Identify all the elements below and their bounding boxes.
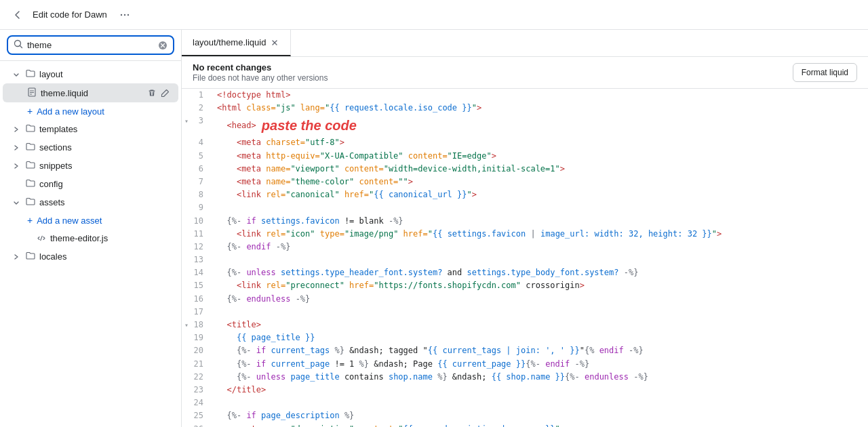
svg-point-1: [124, 14, 125, 15]
format-liquid-button[interactable]: Format liquid: [793, 63, 857, 82]
code-table: 1 <!doctype html> 2 <html class="js" lan…: [182, 89, 868, 427]
snippets-label: snippets: [39, 161, 172, 171]
code-line: 23 </title>: [182, 384, 868, 396]
add-asset-label: Add a new asset: [37, 216, 102, 226]
code-line: 10 {%- if settings.favicon != blank -%}: [182, 215, 868, 228]
sidebar-item-sections[interactable]: sections: [3, 138, 178, 157]
code-editor[interactable]: 1 <!doctype html> 2 <html class="js" lan…: [182, 89, 868, 427]
code-line: 6 <meta name="viewport" content="width=d…: [182, 163, 868, 176]
add-layout-link[interactable]: + Add a new layout: [3, 102, 178, 120]
main-layout: theme la: [0, 30, 868, 427]
svg-rect-8: [28, 88, 35, 96]
status-title: No recent changes: [193, 62, 328, 73]
code-line: 14 {%- unless settings.type_header_font.…: [182, 266, 868, 279]
delete-file-button[interactable]: [146, 87, 158, 99]
code-line: 4 <meta charset="utf-8">: [182, 136, 868, 149]
svg-line-12: [41, 236, 42, 241]
code-line: 5 <meta http-equiv="X-UA-Compatible" con…: [182, 150, 868, 163]
locales-label: locales: [39, 251, 172, 262]
plus-icon: +: [27, 215, 33, 226]
search-input[interactable]: theme: [27, 40, 154, 50]
tab-close-button[interactable]: [270, 38, 279, 47]
topbar: Edit code for Dawn: [0, 0, 868, 30]
add-layout-label: Add a new layout: [37, 106, 104, 117]
add-asset-link[interactable]: + Add a new asset: [3, 211, 178, 229]
config-label: config: [39, 179, 172, 189]
chevron-right-icon: [11, 125, 22, 134]
page-title: Edit code for Dawn: [33, 9, 107, 20]
sidebar-item-locales[interactable]: locales: [3, 247, 178, 266]
sidebar: theme la: [0, 30, 182, 427]
file-actions: [146, 87, 172, 99]
assets-label: assets: [39, 197, 172, 207]
folder-icon: [26, 123, 35, 135]
sidebar-item-layout[interactable]: layout: [3, 65, 178, 83]
code-line: 13: [182, 253, 868, 266]
chevron-right-icon: [11, 253, 22, 261]
code-line: 17: [182, 306, 868, 319]
sidebar-item-theme-editor-js[interactable]: theme-editor.js: [3, 229, 178, 247]
folder-icon: [26, 68, 35, 80]
code-line: 1 <!doctype html>: [182, 89, 868, 102]
code-line: 9: [182, 201, 868, 214]
svg-line-4: [20, 46, 22, 48]
tab-bar: layout/theme.liquid: [182, 30, 868, 57]
tab-theme-liquid[interactable]: layout/theme.liquid: [182, 30, 291, 56]
code-line: 25 {%- if page_description %}: [182, 409, 868, 422]
layout-label: layout: [39, 69, 172, 79]
sections-label: sections: [39, 142, 172, 152]
code-line: 21 {%- if current_page != 1 %} &ndash; P…: [182, 358, 868, 371]
paste-annotation: paste the code: [262, 118, 357, 133]
code-line: 22 {%- unless page_title contains shop.n…: [182, 371, 868, 384]
code-line: ▾18 <title>: [182, 319, 868, 331]
sidebar-item-config[interactable]: config: [3, 175, 178, 193]
theme-liquid-label: theme.liquid: [41, 88, 142, 98]
folder-icon: [26, 251, 35, 262]
code-line: 20 {%- if current_tags %} &ndash; tagged…: [182, 344, 868, 357]
file-code-icon: [37, 232, 46, 244]
search-container: theme: [0, 30, 181, 61]
folder-icon: [26, 197, 35, 208]
code-line: ▾3 <head>paste the code: [182, 115, 868, 136]
svg-point-0: [121, 14, 122, 15]
folder-icon: [26, 142, 35, 153]
edit-file-button[interactable]: [159, 87, 172, 99]
status-info: No recent changes File does not have any…: [193, 62, 328, 83]
tab-label: layout/theme.liquid: [193, 37, 266, 47]
chevron-right-icon: [11, 144, 22, 152]
code-line: 11 <link rel="icon" type="image/png" hre…: [182, 228, 868, 241]
status-subtitle: File does not have any other versions: [193, 73, 328, 83]
chevron-down-icon: [11, 70, 22, 79]
editor-area: layout/theme.liquid No recent changes Fi…: [182, 30, 868, 427]
sidebar-item-theme-liquid[interactable]: theme.liquid: [3, 83, 178, 102]
theme-editor-js-label: theme-editor.js: [50, 233, 172, 243]
chevron-right-icon: [11, 162, 22, 170]
templates-label: templates: [39, 124, 172, 134]
code-line: 24: [182, 396, 868, 409]
plus-icon: +: [27, 106, 33, 117]
search-box: theme: [7, 35, 174, 55]
chevron-down-icon: [11, 199, 22, 207]
code-line: 16 {%- endunless -%}: [182, 293, 868, 306]
sidebar-item-assets[interactable]: assets: [3, 193, 178, 211]
folder-icon: [26, 178, 35, 190]
more-button[interactable]: [115, 5, 134, 24]
code-line: 19 {{ page_title }}: [182, 331, 868, 344]
code-line: 8 <link rel="canonical" href="{{ canonic…: [182, 188, 868, 201]
sidebar-item-snippets[interactable]: snippets: [3, 157, 178, 175]
file-code-icon: [27, 87, 37, 99]
code-line: 7 <meta name="theme-color" content="">: [182, 176, 868, 188]
search-icon: [14, 39, 23, 51]
code-line: 12 {%- endif -%}: [182, 241, 868, 253]
search-clear-button[interactable]: [158, 41, 167, 50]
code-line: 15 <link rel="preconnect" href="https://…: [182, 279, 868, 292]
svg-point-2: [127, 14, 129, 15]
sidebar-item-templates[interactable]: templates: [3, 120, 178, 138]
status-bar: No recent changes File does not have any…: [182, 57, 868, 89]
code-line: 26 <meta name="description" content="{{ …: [182, 423, 868, 428]
folder-icon: [26, 160, 35, 171]
code-line: 2 <html class="js" lang="{{ request.loca…: [182, 102, 868, 115]
sidebar-tree: layout theme.liquid +: [0, 61, 181, 427]
back-button[interactable]: [8, 5, 27, 24]
